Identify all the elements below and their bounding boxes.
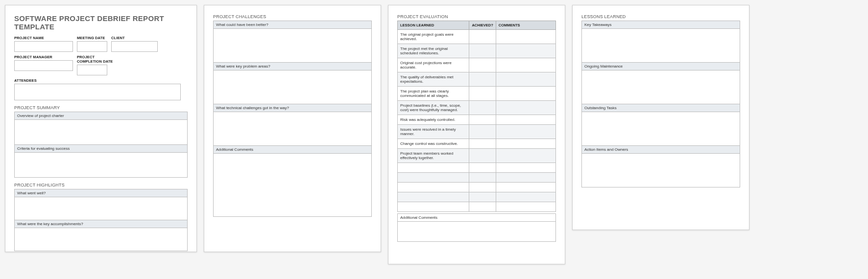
eval-row-lesson: Risk was adequately controlled. <box>398 115 469 125</box>
field-meeting-date: MEETING DATE <box>77 36 107 52</box>
input-attendees[interactable] <box>14 84 181 100</box>
eval-row-lesson: The quality of deliverables met expectat… <box>398 72 469 87</box>
subheader-problem-areas: What were key problem areas? <box>213 62 372 70</box>
field-row-2: PROJECT MANAGER PROJECT COMPLETION DATE <box>14 55 188 75</box>
input-outstanding[interactable] <box>581 112 740 146</box>
eval-row-achieved[interactable] <box>469 125 496 139</box>
eval-row-achieved[interactable] <box>469 149 496 163</box>
eval-row-comments[interactable] <box>496 58 555 72</box>
input-completion-date[interactable] <box>77 65 107 75</box>
input-add-comments-3[interactable] <box>397 221 556 242</box>
label-meeting-date: MEETING DATE <box>77 36 107 40</box>
input-project-manager[interactable] <box>14 60 73 71</box>
input-meeting-date[interactable] <box>77 41 107 52</box>
field-client: CLIENT <box>111 36 158 52</box>
input-tech-challenges[interactable] <box>213 112 372 146</box>
section-project-challenges: PROJECT CHALLENGES <box>213 14 372 19</box>
page-2: PROJECT CHALLENGES What could have been … <box>204 5 381 252</box>
input-maintenance[interactable] <box>581 70 740 104</box>
input-client[interactable] <box>111 41 158 52</box>
input-went-well[interactable] <box>14 197 188 220</box>
subheader-overview: Overview of project charter <box>14 112 188 119</box>
field-project-name: PROJECT NAME <box>14 36 73 52</box>
subheader-criteria: Criteria for evaluating success <box>14 144 188 152</box>
input-better[interactable] <box>213 28 372 63</box>
input-criteria[interactable] <box>14 152 188 178</box>
input-overview[interactable] <box>14 119 188 145</box>
eval-row-comments[interactable] <box>496 183 555 192</box>
section-project-summary: PROJECT SUMMARY <box>14 105 188 110</box>
eval-row-achieved[interactable] <box>469 192 496 202</box>
eval-row-achieved[interactable] <box>469 202 496 212</box>
subheader-add-comments-3: Additional Comments <box>397 213 556 221</box>
eval-row-achieved[interactable] <box>469 72 496 87</box>
eval-row-lesson: Original cost projections were accurate. <box>398 58 469 72</box>
eval-row-comments[interactable] <box>496 139 555 149</box>
eval-row-comments[interactable] <box>496 163 555 173</box>
section-lessons-learned: LESSONS LEARNED <box>581 14 740 19</box>
evaluation-tbody: The original project goals were achieved… <box>398 30 556 212</box>
eval-row-comments[interactable] <box>496 101 555 115</box>
field-project-manager: PROJECT MANAGER <box>14 55 73 75</box>
eval-row-achieved[interactable] <box>469 58 496 72</box>
eval-row-achieved[interactable] <box>469 87 496 101</box>
input-project-name[interactable] <box>14 41 73 52</box>
eval-row-achieved[interactable] <box>469 139 496 149</box>
input-accomplishments[interactable] <box>14 228 188 251</box>
input-key-takeaways[interactable] <box>581 28 740 63</box>
subheader-outstanding: Outstanding Tasks <box>581 104 740 112</box>
eval-row-comments[interactable] <box>496 125 555 139</box>
label-project-manager: PROJECT MANAGER <box>14 55 73 59</box>
eval-row-comments[interactable] <box>496 192 555 202</box>
eval-row-achieved[interactable] <box>469 115 496 125</box>
eval-row-comments[interactable] <box>496 173 555 183</box>
eval-row-lesson: Project baselines (i.e., time, scope, co… <box>398 101 469 115</box>
eval-row-comments[interactable] <box>496 87 555 101</box>
eval-row-achieved[interactable] <box>469 163 496 173</box>
field-completion-date: PROJECT COMPLETION DATE <box>77 55 113 75</box>
eval-row-comments[interactable] <box>496 202 555 212</box>
eval-row-lesson <box>398 163 469 173</box>
subheader-went-well: What went well? <box>14 189 188 197</box>
subheader-add-comments-2: Additional Comments <box>213 145 372 153</box>
eval-row-lesson <box>398 202 469 212</box>
subheader-tech-challenges: What technical challenges got in the way… <box>213 104 372 112</box>
eval-row-achieved[interactable] <box>469 44 496 58</box>
eval-row-comments[interactable] <box>496 115 555 125</box>
label-completion-date: PROJECT COMPLETION DATE <box>77 55 113 64</box>
subheader-key-takeaways: Key Takeaways <box>581 21 740 28</box>
page-3: PROJECT EVALUATION LESSON LEARNED ACHIEV… <box>388 5 565 264</box>
eval-row-lesson: Change control was constructive. <box>398 139 469 149</box>
eval-row-lesson: The project plan was clearly communicate… <box>398 87 469 101</box>
eval-row-achieved[interactable] <box>469 101 496 115</box>
th-achieved: ACHIEVED? <box>469 21 496 30</box>
label-attendees: ATTENDEES <box>14 78 188 83</box>
section-project-highlights: PROJECT HIGHLIGHTS <box>14 183 188 187</box>
evaluation-table: LESSON LEARNED ACHIEVED? COMMENTS The or… <box>397 21 556 212</box>
eval-row-lesson: Project team members worked effectively … <box>398 149 469 163</box>
page-1: SOFTWARE PROJECT DEBRIEF REPORT TEMPLATE… <box>5 5 197 252</box>
page-4: LESSONS LEARNED Key Takeaways Ongoing Ma… <box>572 5 749 230</box>
eval-row-comments[interactable] <box>496 72 555 87</box>
document-title: SOFTWARE PROJECT DEBRIEF REPORT TEMPLATE <box>14 14 188 31</box>
eval-row-comments[interactable] <box>496 149 555 163</box>
section-project-evaluation: PROJECT EVALUATION <box>397 14 556 19</box>
eval-row-lesson: Issues were resolved in a timely manner. <box>398 125 469 139</box>
subheader-maintenance: Ongoing Maintenance <box>581 62 740 70</box>
label-client: CLIENT <box>111 36 158 40</box>
field-row-1: PROJECT NAME MEETING DATE CLIENT <box>14 36 188 52</box>
label-project-name: PROJECT NAME <box>14 36 73 40</box>
eval-row-achieved[interactable] <box>469 30 496 44</box>
eval-row-achieved[interactable] <box>469 173 496 183</box>
input-add-comments-2[interactable] <box>213 153 372 217</box>
eval-row-lesson: The project met the original scheduled m… <box>398 44 469 58</box>
eval-row-lesson <box>398 183 469 192</box>
eval-row-achieved[interactable] <box>469 183 496 192</box>
subheader-better: What could have been better? <box>213 21 372 28</box>
eval-row-comments[interactable] <box>496 30 555 44</box>
field-attendees: ATTENDEES <box>14 78 188 100</box>
subheader-action-items: Action Items and Owners <box>581 145 740 153</box>
input-action-items[interactable] <box>581 153 740 187</box>
input-problem-areas[interactable] <box>213 70 372 104</box>
eval-row-comments[interactable] <box>496 44 555 58</box>
